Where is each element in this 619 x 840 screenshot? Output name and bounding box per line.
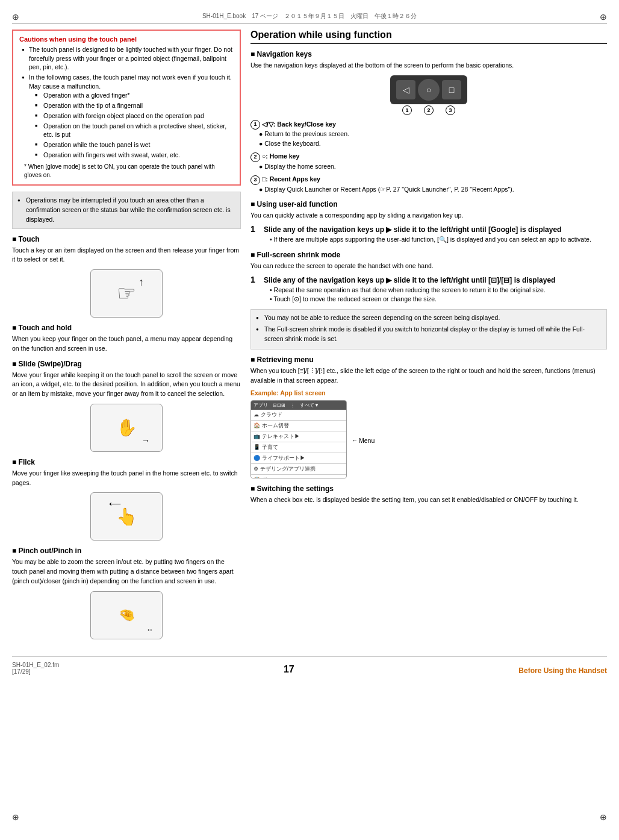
retrieving-title: Retrieving menu [250,356,607,364]
caution-item-2: In the following cases, the touch panel … [22,73,234,159]
fullscreen-info-2: The Full-screen shrink mode is disabled … [256,325,602,344]
fullscreen-info-box: You may not be able to reduce the screen… [250,309,607,349]
touch-illus-box: ☞ ↑ [90,269,163,318]
caution-sub-5: Operation while the touch panel is wet [35,140,234,149]
app-row-7: 📋 ドコモ [251,475,346,478]
app-row-6: ⚙ テザリング/アプリ連携 [251,464,346,475]
recent-key-num: 3 [250,175,260,185]
nav-numbering: 1 2 3 [390,105,467,115]
back-key-item-1: Return to the previous screen. [259,130,607,139]
page-number: 17 [59,664,518,675]
nav-num-3: 3 [441,105,460,115]
app-row-2: 🏠 ホーム切替 [251,421,346,431]
nav-keys-title: Navigation keys [250,50,607,58]
user-aid-step1-body: Slide any of the navigation keys up ▶ sl… [264,224,591,245]
caution-sub-list: Operation with a gloved finger* Operatio… [29,91,234,159]
recent-key-item: 3 □: Recent Apps key Display Quick Launc… [250,175,607,194]
touch-hold-title: Touch and hold [12,324,241,332]
nav-bar-illustration: ◁ ○ □ 1 2 3 [250,75,607,115]
home-key-list: Display the home screen. [250,162,607,172]
slide-illustration: ✋ → [12,404,241,452]
menu-arrow-icon: ← [352,437,358,444]
nav-num-1: 1 [397,105,417,115]
pinch-illustration: 🤏 ↔ [12,591,241,639]
fullscreen-step1-num: 1 [250,275,260,305]
nav-bar: ◁ ○ □ [390,75,467,104]
flick-swipe-icon: ⟵ [109,499,121,509]
footer-right: Before Using the Handset [518,666,607,675]
retrieving-body: When you touch [≡]/[⋮]/[⁝] etc., slide t… [250,366,607,386]
right-column: Operation while using function Navigatio… [250,30,607,644]
recent-key-item-1: Display Quick Launcher or Recent Apps (☞… [259,185,607,195]
pinch-title: Pinch out/Pinch in [12,547,241,555]
pinch-illus-box: 🤏 ↔ [90,591,163,639]
home-key-label: ○: Home key [262,152,299,160]
example-label: Example: App list screen [250,389,607,396]
footer-left-text: SH-01H_E_02.fm [17/29] [12,662,59,675]
flick-illus-box: 👆 ⟵ [90,492,163,541]
touch-hand-icon: ☞ [117,281,136,306]
pinch-icon: 🤏 [119,607,135,623]
touch-arrow-icon: ↑ [138,276,144,289]
back-key-num: 1 [250,120,260,130]
slide-title: Slide (Swipe)/Drag [12,360,241,368]
fullscreen-body: You can reduce the screen to operate the… [250,262,607,271]
slide-body: Move your finger while keeping it on the… [12,371,241,399]
app-screen: アプリ ⊟⊡⊞ ⋮ すべて▼ ☁ クラウド 🏠 ホーム切替 📺 テレキャスト▶ … [250,400,607,478]
caution-list: The touch panel is designed to be lightl… [19,45,234,159]
touch-title: Touch [12,235,241,243]
caution-sub-6: Operation with fingers wet with sweat, w… [35,151,234,160]
fullscreen-step1-body: Slide any of the navigation keys up ▶ sl… [264,275,555,305]
app-screen-inner: アプリ ⊟⊡⊞ ⋮ すべて▼ ☁ クラウド 🏠 ホーム切替 📺 テレキャスト▶ … [250,400,347,478]
page-footer: SH-01H_E_02.fm [17/29] 17 Before Using t… [12,656,607,675]
back-key-label: ◁/▽: Back key/Close key [262,121,336,128]
nav-btn-recent: □ [442,80,461,99]
app-row-3: 📺 テレキャスト▶ [251,431,346,442]
info-box-text: Operations may be interrupted if you tou… [17,196,235,224]
home-key-item: 2 ○: Home key Display the home screen. [250,152,607,171]
caution-sub-3: Operation with foreign object placed on … [35,111,234,121]
caution-note: * When [glove mode] is set to ON, you ca… [19,163,234,180]
caution-title: Cautions when using the touch panel [19,36,234,43]
home-key-num: 2 [250,152,260,162]
back-key-list: Return to the previous screen. Close the… [250,130,607,149]
caution-sub-1: Operation with a gloved finger* [35,91,234,100]
fullscreen-bullet-2: Touch [⊙] to move the reduced screen or … [270,295,555,304]
slide-illus-box: ✋ → [90,404,163,452]
touch-hold-body: When you keep your finger on the touch p… [12,334,241,354]
home-key-item-1: Display the home screen. [259,162,607,172]
flick-illustration: 👆 ⟵ [12,492,241,541]
app-row-4: 📱 子育て [251,442,346,453]
corner-mark-tr: ⊕ [600,12,607,22]
user-aid-step1: 1 Slide any of the navigation keys up ▶ … [250,224,607,245]
fullscreen-info-1: You may not be able to reduce the screen… [256,313,602,323]
nav-keys-body: Use the navigation keys displayed at the… [250,61,607,71]
fullscreen-bullet-1: Repeat the same operation as that done w… [270,286,555,295]
user-aid-title: Using user-aid function [250,200,607,208]
user-aid-step1-num: 1 [250,224,260,245]
nav-bar-container: ◁ ○ □ 1 2 3 [390,75,467,115]
nav-btn-home: ○ [418,79,440,101]
back-key-item-2: Close the keyboard. [259,139,607,149]
app-header-text: アプリ ⊟⊡⊞ ⋮ すべて▼ [254,402,319,409]
user-aid-bullet-1: If there are multiple apps supporting th… [270,235,591,245]
menu-label-line: ← Menu [352,403,375,478]
caution-sub-4: Operation on the touch panel on which a … [35,122,234,139]
fullscreen-title: Full-screen shrink mode [250,251,607,259]
flick-body: Move your finger like sweeping the touch… [12,469,241,488]
switching-title: Switching the settings [250,484,607,493]
slide-arrow-icon: → [142,436,150,445]
caution-box: Cautions when using the touch panel The … [12,30,241,186]
corner-mark-bl: ⊕ [12,812,19,822]
caution-sub-2: Operation with the tip of a fingernail [35,101,234,110]
nav-num-2: 2 [419,105,438,115]
fullscreen-step1: 1 Slide any of the navigation keys up ▶ … [250,275,607,305]
recent-key-label: □: Recent Apps key [262,175,320,183]
flick-title: Flick [12,458,241,466]
user-aid-step1-text: Slide any of the navigation keys up ▶ sl… [264,225,561,234]
user-aid-body: You can quickly activate a corresponding… [250,211,607,221]
corner-mark-tl: ⊕ [12,12,19,22]
user-aid-step1-bullets: If there are multiple apps supporting th… [264,235,591,245]
fullscreen-step1-bullets: Repeat the same operation as that done w… [264,286,555,305]
app-row-5: 🔵 ライフサポート▶ [251,453,346,464]
